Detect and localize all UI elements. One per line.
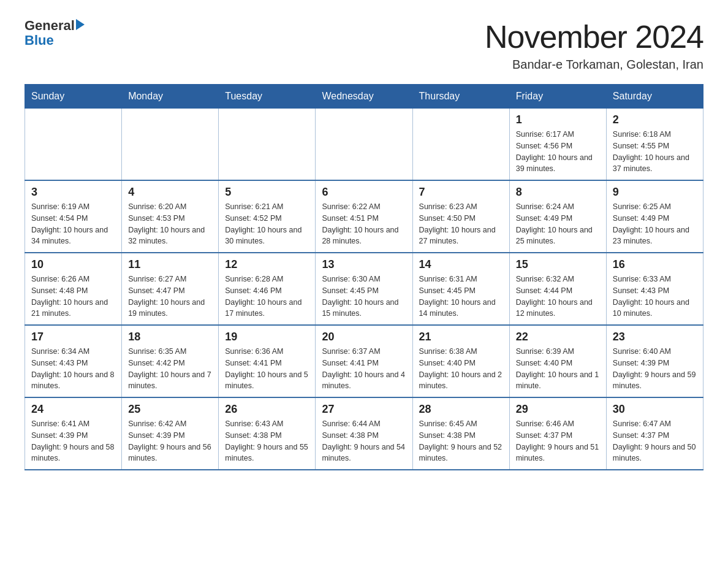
title-block: November 2024 Bandar-e Torkaman, Golesta…	[485, 18, 703, 72]
calendar-week-row: 1Sunrise: 6:17 AMSunset: 4:56 PMDaylight…	[25, 109, 703, 181]
day-of-week-header: Thursday	[412, 85, 509, 109]
day-number: 9	[613, 186, 697, 199]
calendar-cell	[412, 109, 509, 181]
day-number: 13	[322, 258, 406, 271]
day-number: 15	[516, 258, 600, 271]
day-info: Sunrise: 6:37 AMSunset: 4:41 PMDaylight:…	[322, 346, 406, 392]
calendar-cell: 3Sunrise: 6:19 AMSunset: 4:54 PMDaylight…	[25, 180, 122, 253]
day-info: Sunrise: 6:31 AMSunset: 4:45 PMDaylight:…	[419, 274, 503, 320]
day-info: Sunrise: 6:41 AMSunset: 4:39 PMDaylight:…	[31, 418, 115, 464]
day-info: Sunrise: 6:25 AMSunset: 4:49 PMDaylight:…	[613, 201, 697, 247]
day-number: 16	[613, 258, 697, 271]
day-info: Sunrise: 6:28 AMSunset: 4:46 PMDaylight:…	[225, 274, 309, 320]
calendar-cell: 2Sunrise: 6:18 AMSunset: 4:55 PMDaylight…	[606, 109, 703, 181]
calendar-cell	[25, 109, 122, 181]
calendar-cell	[122, 109, 219, 181]
calendar-cell: 27Sunrise: 6:44 AMSunset: 4:38 PMDayligh…	[316, 397, 412, 470]
calendar-cell: 12Sunrise: 6:28 AMSunset: 4:46 PMDayligh…	[219, 253, 316, 325]
day-info: Sunrise: 6:17 AMSunset: 4:56 PMDaylight:…	[516, 129, 600, 175]
day-info: Sunrise: 6:32 AMSunset: 4:44 PMDaylight:…	[516, 274, 600, 320]
logo-arrow-icon	[76, 19, 85, 30]
calendar-cell: 20Sunrise: 6:37 AMSunset: 4:41 PMDayligh…	[316, 325, 412, 397]
day-info: Sunrise: 6:38 AMSunset: 4:40 PMDaylight:…	[419, 346, 503, 392]
day-of-week-header: Monday	[122, 85, 219, 109]
calendar-cell: 10Sunrise: 6:26 AMSunset: 4:48 PMDayligh…	[25, 253, 122, 325]
calendar-cell: 18Sunrise: 6:35 AMSunset: 4:42 PMDayligh…	[122, 325, 219, 397]
calendar-cell: 17Sunrise: 6:34 AMSunset: 4:43 PMDayligh…	[25, 325, 122, 397]
day-number: 28	[419, 403, 503, 416]
day-number: 5	[225, 186, 309, 199]
calendar-cell: 16Sunrise: 6:33 AMSunset: 4:43 PMDayligh…	[606, 253, 703, 325]
day-info: Sunrise: 6:27 AMSunset: 4:47 PMDaylight:…	[128, 274, 212, 320]
calendar-week-row: 24Sunrise: 6:41 AMSunset: 4:39 PMDayligh…	[25, 397, 703, 470]
day-info: Sunrise: 6:34 AMSunset: 4:43 PMDaylight:…	[31, 346, 115, 392]
logo-blue-text: Blue	[25, 33, 54, 48]
calendar-cell: 5Sunrise: 6:21 AMSunset: 4:52 PMDaylight…	[219, 180, 316, 253]
day-number: 4	[128, 186, 212, 199]
day-number: 23	[613, 331, 697, 343]
calendar-table: SundayMondayTuesdayWednesdayThursdayFrid…	[25, 84, 703, 470]
day-info: Sunrise: 6:33 AMSunset: 4:43 PMDaylight:…	[613, 274, 697, 320]
day-info: Sunrise: 6:18 AMSunset: 4:55 PMDaylight:…	[613, 129, 697, 175]
day-info: Sunrise: 6:20 AMSunset: 4:53 PMDaylight:…	[128, 201, 212, 247]
calendar-cell: 15Sunrise: 6:32 AMSunset: 4:44 PMDayligh…	[509, 253, 606, 325]
day-info: Sunrise: 6:30 AMSunset: 4:45 PMDaylight:…	[322, 274, 406, 320]
day-number: 7	[419, 186, 503, 199]
day-of-week-header: Wednesday	[316, 85, 412, 109]
calendar-cell	[316, 109, 412, 181]
day-number: 11	[128, 258, 212, 271]
calendar-cell: 13Sunrise: 6:30 AMSunset: 4:45 PMDayligh…	[316, 253, 412, 325]
day-info: Sunrise: 6:40 AMSunset: 4:39 PMDaylight:…	[613, 346, 697, 392]
calendar-cell: 19Sunrise: 6:36 AMSunset: 4:41 PMDayligh…	[219, 325, 316, 397]
calendar-cell: 7Sunrise: 6:23 AMSunset: 4:50 PMDaylight…	[412, 180, 509, 253]
calendar-header-row: SundayMondayTuesdayWednesdayThursdayFrid…	[25, 85, 703, 109]
day-number: 27	[322, 403, 406, 416]
day-number: 12	[225, 258, 309, 271]
calendar-week-row: 3Sunrise: 6:19 AMSunset: 4:54 PMDaylight…	[25, 180, 703, 253]
day-number: 21	[419, 331, 503, 343]
calendar-cell: 30Sunrise: 6:47 AMSunset: 4:37 PMDayligh…	[606, 397, 703, 470]
day-info: Sunrise: 6:26 AMSunset: 4:48 PMDaylight:…	[31, 274, 115, 320]
day-info: Sunrise: 6:24 AMSunset: 4:49 PMDaylight:…	[516, 201, 600, 247]
calendar-cell: 22Sunrise: 6:39 AMSunset: 4:40 PMDayligh…	[509, 325, 606, 397]
calendar-cell: 6Sunrise: 6:22 AMSunset: 4:51 PMDaylight…	[316, 180, 412, 253]
day-number: 30	[613, 403, 697, 416]
day-number: 3	[31, 186, 115, 199]
day-info: Sunrise: 6:23 AMSunset: 4:50 PMDaylight:…	[419, 201, 503, 247]
day-number: 14	[419, 258, 503, 271]
day-number: 10	[31, 258, 115, 271]
day-of-week-header: Sunday	[25, 85, 122, 109]
calendar-cell: 14Sunrise: 6:31 AMSunset: 4:45 PMDayligh…	[412, 253, 509, 325]
calendar-cell: 8Sunrise: 6:24 AMSunset: 4:49 PMDaylight…	[509, 180, 606, 253]
day-number: 20	[322, 331, 406, 343]
day-info: Sunrise: 6:42 AMSunset: 4:39 PMDaylight:…	[128, 418, 212, 464]
calendar-cell: 11Sunrise: 6:27 AMSunset: 4:47 PMDayligh…	[122, 253, 219, 325]
calendar-cell: 29Sunrise: 6:46 AMSunset: 4:37 PMDayligh…	[509, 397, 606, 470]
calendar-cell: 1Sunrise: 6:17 AMSunset: 4:56 PMDaylight…	[509, 109, 606, 181]
day-info: Sunrise: 6:21 AMSunset: 4:52 PMDaylight:…	[225, 201, 309, 247]
day-number: 6	[322, 186, 406, 199]
day-info: Sunrise: 6:22 AMSunset: 4:51 PMDaylight:…	[322, 201, 406, 247]
day-number: 29	[516, 403, 600, 416]
calendar-cell: 23Sunrise: 6:40 AMSunset: 4:39 PMDayligh…	[606, 325, 703, 397]
day-info: Sunrise: 6:46 AMSunset: 4:37 PMDaylight:…	[516, 418, 600, 464]
day-number: 18	[128, 331, 212, 343]
day-info: Sunrise: 6:44 AMSunset: 4:38 PMDaylight:…	[322, 418, 406, 464]
calendar-cell: 25Sunrise: 6:42 AMSunset: 4:39 PMDayligh…	[122, 397, 219, 470]
calendar-cell: 9Sunrise: 6:25 AMSunset: 4:49 PMDaylight…	[606, 180, 703, 253]
calendar-week-row: 17Sunrise: 6:34 AMSunset: 4:43 PMDayligh…	[25, 325, 703, 397]
day-number: 22	[516, 331, 600, 343]
day-number: 26	[225, 403, 309, 416]
day-of-week-header: Saturday	[606, 85, 703, 109]
day-info: Sunrise: 6:19 AMSunset: 4:54 PMDaylight:…	[31, 201, 115, 247]
logo-general-text: General	[25, 18, 75, 33]
day-number: 25	[128, 403, 212, 416]
page-header: General Blue November 2024 Bandar-e Tork…	[25, 18, 703, 72]
calendar-cell	[219, 109, 316, 181]
location-title: Bandar-e Torkaman, Golestan, Iran	[485, 58, 703, 72]
day-info: Sunrise: 6:35 AMSunset: 4:42 PMDaylight:…	[128, 346, 212, 392]
day-of-week-header: Friday	[509, 85, 606, 109]
day-number: 1	[516, 113, 600, 126]
day-number: 2	[613, 113, 697, 126]
day-number: 8	[516, 186, 600, 199]
